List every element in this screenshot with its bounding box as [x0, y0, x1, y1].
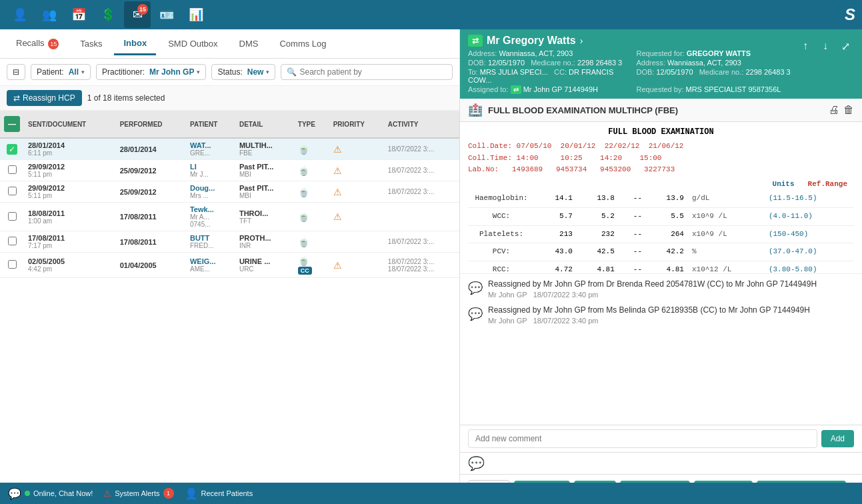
print-button[interactable]: 🖨 — [829, 104, 839, 116]
up-arrow-button[interactable]: ↑ — [797, 37, 814, 55]
status-filter[interactable]: Status: New ▾ — [211, 64, 275, 80]
row-checkbox[interactable] — [0, 203, 24, 231]
results-table: Haemoglobin:14.113.8--13.9g/dL(11.5-16.5… — [468, 190, 854, 273]
status-label: Status: — [217, 67, 242, 77]
row-performed: 17/08/2011 — [116, 203, 186, 231]
system-alerts[interactable]: ⚠ System Alerts 1 — [103, 488, 173, 499]
row-checkbox-input[interactable] — [8, 237, 17, 245]
tab-recalls[interactable]: Recalls 15 — [7, 33, 68, 55]
assigned-icon: ⇄ — [511, 85, 521, 94]
search-box[interactable]: 🔍 — [281, 64, 453, 80]
row-activity: 18/07/2022 3:... — [384, 181, 459, 203]
row-checkbox-input[interactable] — [8, 212, 17, 221]
type-icon: 🍵 — [298, 255, 309, 266]
patient-filter[interactable]: Patient: All ▾ — [31, 64, 91, 80]
table-row[interactable]: 02/05/20054:42 pm 01/04/2005 WEIG...AME.… — [0, 253, 459, 278]
col-headers: Units Ref.Range — [468, 179, 854, 191]
patient-address-item: Address: Wanniassa, ACT, 2903 — [468, 49, 623, 57]
person-nav-icon[interactable]: 👤 — [7, 1, 33, 28]
recent-patients[interactable]: 👤 Recent Patients — [185, 487, 253, 500]
filter-icon-btn[interactable]: ⊟ — [7, 64, 25, 80]
row-priority: ⚠ — [329, 203, 384, 231]
online-dot — [25, 491, 30, 496]
row-detail: PROTH...INR — [235, 231, 294, 253]
row-checkbox[interactable]: ✓ — [0, 138, 24, 160]
table-body: ✓ 28/01/20146:11 pm 28/01/2014 WAT...GRE… — [0, 138, 459, 278]
group-nav-icon[interactable]: 👥 — [36, 1, 63, 28]
comment-bubble-icon: 💬 — [468, 281, 483, 299]
tab-tasks[interactable]: Tasks — [71, 33, 111, 54]
lab-nos: Lab.No: 1493689 9453734 9453200 3227733 — [468, 164, 854, 176]
table-row[interactable]: ✓ 28/01/20146:11 pm 28/01/2014 WAT...GRE… — [0, 138, 459, 160]
recalls-badge: 15 — [48, 39, 59, 49]
comment-timestamp: 18/07/2022 3:40 pm — [533, 317, 599, 325]
table-row[interactable]: 29/09/20125:11 pm 25/09/2012 LIMr J... P… — [0, 160, 459, 181]
mail-nav-icon[interactable]: ✉ 15 — [124, 1, 151, 28]
tab-smd-outbox[interactable]: SMD Outbox — [159, 33, 227, 54]
row-priority: ⚠ — [329, 181, 384, 203]
comment-timestamp: 18/07/2022 3:40 pm — [533, 291, 599, 299]
patient-medicare: 2298 26483 3 — [577, 59, 622, 67]
row-checkbox-input[interactable] — [8, 165, 17, 174]
row-sent: 18/08/20111:00 am — [24, 203, 116, 231]
tab-comms-log[interactable]: Comms Log — [270, 33, 335, 54]
row-checkbox-input[interactable] — [8, 260, 17, 269]
patient-label: Patient: — [37, 67, 64, 77]
reassign-hcp-button[interactable]: ⇄ Reassign HCP — [7, 90, 82, 106]
delete-button[interactable]: 🗑 — [843, 104, 854, 116]
result-row: WCC:5.75.2--5.5x10^9 /L(4.0-11.0) — [468, 207, 854, 225]
table-row[interactable]: 17/08/20117:17 pm 17/08/2011 BUTTFRED...… — [0, 231, 459, 253]
rf-dob: 12/05/1970 — [656, 68, 693, 76]
row-activity: 18/07/2022 3:...18/07/2022 3:... — [384, 253, 459, 278]
chat-icon-row: 💬 — [460, 453, 862, 474]
expand-button[interactable]: ⤢ — [837, 37, 854, 55]
col-sent: SENT/DOCUMENT — [24, 111, 116, 138]
row-type: 🍵 — [294, 160, 329, 181]
row-checkbox[interactable] — [0, 253, 24, 278]
dollar-nav-icon[interactable]: 💲 — [95, 1, 121, 28]
row-priority: ⚠ — [329, 160, 384, 181]
patient-detail-arrow[interactable]: › — [580, 35, 583, 46]
requested-by: MRS SPECIALIST 9587356L — [686, 85, 781, 93]
result-row: Platelets:213232--264x10^9 /L(150-450) — [468, 225, 854, 243]
app-logo: S — [845, 5, 855, 24]
patient-dob: 12/05/1970 — [488, 59, 525, 67]
chart-nav-icon[interactable]: 📊 — [183, 1, 209, 28]
units-header: Units — [773, 179, 795, 191]
idcard-nav-icon[interactable]: 🪪 — [153, 1, 180, 28]
calendar-nav-icon[interactable]: 📅 — [65, 1, 92, 28]
table-row[interactable]: 18/08/20111:00 am 17/08/2011 Tewk...Mr A… — [0, 203, 459, 231]
status-bar: 💬 Online, Chat Now! ⚠ System Alerts 1 👤 … — [0, 483, 862, 504]
add-comment-input[interactable] — [468, 429, 817, 448]
practitioner-chevron-icon: ▾ — [197, 69, 200, 75]
row-patient: WEIG...AME... — [186, 253, 235, 278]
row-sent: 02/05/20054:42 pm — [24, 253, 116, 278]
online-status[interactable]: 💬 Online, Chat Now! — [8, 487, 93, 500]
row-checkbox[interactable] — [0, 231, 24, 253]
comment-author: Mr John GP — [488, 291, 527, 299]
row-detail: MULTIH...FBE — [235, 138, 294, 160]
col-detail: DETAIL — [235, 111, 294, 138]
add-comment-button[interactable]: Add — [821, 430, 854, 447]
down-arrow-button[interactable]: ↓ — [817, 37, 834, 55]
row-detail: THROI...TFT — [235, 203, 294, 231]
type-icon: 🍵 — [298, 211, 309, 222]
row-checkbox-input[interactable] — [8, 187, 17, 195]
checked-checkbox[interactable]: ✓ — [7, 144, 17, 155]
row-checkbox[interactable] — [0, 181, 24, 203]
table-row[interactable]: 29/09/20125:11 pm 25/09/2012 Doug...Mrs … — [0, 181, 459, 203]
rf-dob-item: DOB: 12/05/1970 Medicare no.: 2298 26483… — [637, 68, 792, 84]
row-checkbox[interactable] — [0, 160, 24, 181]
select-all-checkbox[interactable]: — — [4, 116, 20, 132]
row-patient: WAT...GRE... — [186, 138, 235, 160]
doc-title-left: 🏥 FULL BLOOD EXAMINATION MULTIHCP (FBE) — [468, 103, 678, 117]
select-all-header[interactable]: — — [0, 111, 24, 138]
row-priority: ⚠ — [329, 138, 384, 160]
reassign-icon: ⇄ — [13, 93, 20, 103]
patient-value: All — [69, 67, 79, 77]
comment-body: Reassigned by Mr John GP from Dr Brenda … — [488, 279, 854, 299]
search-input[interactable] — [299, 67, 447, 77]
tab-dms[interactable]: DMS — [230, 33, 268, 54]
practitioner-filter[interactable]: Practitioner: Mr John GP ▾ — [96, 64, 206, 80]
tab-inbox[interactable]: Inbox — [114, 33, 156, 55]
